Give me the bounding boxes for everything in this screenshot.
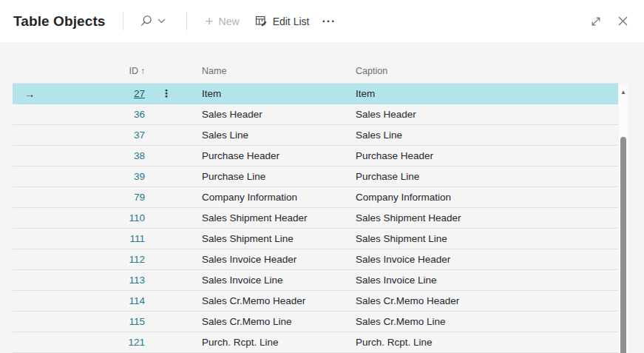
row-name-cell: Purchase Line xyxy=(188,167,356,186)
row-name-cell: Sales Shipment Header xyxy=(188,208,356,228)
row-caption-cell: Company Information xyxy=(356,187,618,207)
row-name-cell: Company Information xyxy=(188,187,356,207)
row-id-link[interactable]: 36 xyxy=(134,109,145,120)
row-caption-cell: Item xyxy=(356,84,618,104)
selected-row-arrow-icon: → xyxy=(13,84,47,104)
row-name-cell: Sales Shipment Line xyxy=(188,229,356,249)
row-id-cell: 110 xyxy=(47,208,145,228)
row-name-cell: Sales Invoice Header xyxy=(188,249,356,269)
table-row[interactable]: 110Sales Shipment HeaderSales Shipment H… xyxy=(13,208,618,229)
search-button[interactable] xyxy=(138,12,167,30)
row-caption-cell: Sales Invoice Header xyxy=(356,249,618,269)
expand-icon xyxy=(590,16,602,27)
toolbar-divider xyxy=(123,12,123,30)
row-caption-cell: Purch. Rcpt. Line xyxy=(356,332,618,352)
vertical-scrollbar[interactable]: ▲ xyxy=(619,84,628,353)
scrollbar-thumb[interactable] xyxy=(620,137,626,353)
row-id-link[interactable]: 27 xyxy=(134,88,145,99)
table-row[interactable]: →27⋮ItemItem xyxy=(13,84,618,104)
more-options-button[interactable]: ··· xyxy=(320,12,337,31)
column-header-caption[interactable]: Caption xyxy=(356,66,618,76)
row-caption-cell: Sales Invoice Line xyxy=(356,270,618,290)
plus-icon: + xyxy=(206,16,214,27)
close-button[interactable] xyxy=(614,12,632,30)
scrollbar-up-arrow-icon[interactable]: ▲ xyxy=(619,84,628,98)
row-id-cell: 112 xyxy=(47,249,145,269)
row-name-cell: Sales Invoice Line xyxy=(188,270,356,290)
row-id-cell: 39 xyxy=(47,167,145,186)
table-row[interactable]: 114Sales Cr.Memo HeaderSales Cr.Memo Hea… xyxy=(13,291,618,312)
row-name-cell: Purchase Header xyxy=(188,146,356,166)
table-row[interactable]: 39Purchase LinePurchase Line xyxy=(13,167,618,187)
page-title: Table Objects xyxy=(13,13,106,30)
row-name-cell: Sales Cr.Memo Line xyxy=(188,312,356,332)
table-row[interactable]: 111Sales Shipment LineSales Shipment Lin… xyxy=(13,229,618,249)
row-id-link[interactable]: 39 xyxy=(134,171,145,182)
row-id-cell: 27 xyxy=(47,84,145,104)
edit-list-icon xyxy=(255,15,268,27)
row-caption-cell: Purchase Header xyxy=(356,146,618,166)
row-caption-cell: Sales Line xyxy=(356,125,618,145)
row-id-cell: 115 xyxy=(47,312,145,332)
row-context-menu-icon[interactable]: ⋮ xyxy=(145,84,188,104)
table-row[interactable]: 38Purchase HeaderPurchase Header xyxy=(13,146,618,167)
new-button[interactable]: + New xyxy=(204,13,241,30)
row-id-cell: 111 xyxy=(47,229,145,249)
table-row[interactable]: 113Sales Invoice LineSales Invoice Line xyxy=(13,270,618,291)
row-id-link[interactable]: 79 xyxy=(134,192,145,203)
row-id-link[interactable]: 121 xyxy=(128,337,145,348)
table-row[interactable]: 112Sales Invoice HeaderSales Invoice Hea… xyxy=(13,249,618,270)
toolbar-divider xyxy=(186,12,187,30)
chevron-down-icon xyxy=(157,19,166,24)
row-caption-cell: Sales Cr.Memo Header xyxy=(356,291,618,311)
row-id-link[interactable]: 114 xyxy=(129,295,145,306)
row-caption-cell: Sales Shipment Line xyxy=(356,229,618,249)
edit-list-button[interactable]: Edit List xyxy=(254,12,311,30)
column-header-id-label: ID xyxy=(129,66,139,76)
row-id-cell: 114 xyxy=(47,291,145,311)
row-id-link[interactable]: 37 xyxy=(134,130,145,141)
row-name-cell: Sales Line xyxy=(188,125,356,145)
row-id-link[interactable]: 111 xyxy=(129,233,145,244)
row-name-cell: Sales Header xyxy=(188,104,356,124)
table-row[interactable]: 79Company InformationCompany Information xyxy=(13,187,618,208)
table-row[interactable]: 121Purch. Rcpt. LinePurch. Rcpt. Line xyxy=(13,332,618,353)
table-body: →27⋮ItemItem36Sales HeaderSales Header37… xyxy=(13,84,618,353)
table-row[interactable]: 37Sales LineSales Line xyxy=(13,125,618,146)
search-icon xyxy=(140,15,152,27)
edit-list-button-label: Edit List xyxy=(273,16,310,27)
close-icon xyxy=(617,15,629,27)
row-name-cell: Purch. Rcpt. Line xyxy=(188,332,356,352)
row-caption-cell: Sales Header xyxy=(356,104,618,124)
row-id-cell: 38 xyxy=(47,146,145,166)
row-caption-cell: Purchase Line xyxy=(356,167,618,186)
new-button-label: New xyxy=(219,16,240,27)
row-id-link[interactable]: 110 xyxy=(129,212,145,223)
row-id-cell: 37 xyxy=(47,125,145,145)
list-content: ID↑ Name Caption →27⋮ItemItem36Sales Hea… xyxy=(0,42,644,353)
sort-ascending-icon: ↑ xyxy=(140,66,145,76)
row-id-link[interactable]: 113 xyxy=(129,275,145,286)
row-id-link[interactable]: 115 xyxy=(129,316,145,327)
row-id-cell: 121 xyxy=(47,332,145,352)
row-name-cell: Sales Cr.Memo Header xyxy=(188,291,356,311)
table-objects-window: Table Objects + New xyxy=(0,0,644,353)
row-id-cell: 36 xyxy=(47,104,145,124)
row-id-link[interactable]: 112 xyxy=(129,254,145,265)
column-header-name[interactable]: Name xyxy=(188,66,356,76)
row-id-link[interactable]: 38 xyxy=(134,150,145,161)
page-header: Table Objects + New xyxy=(0,0,644,42)
column-header-id[interactable]: ID↑ xyxy=(47,66,145,76)
table-row[interactable]: 115Sales Cr.Memo LineSales Cr.Memo Line xyxy=(13,312,618,332)
column-header-row: ID↑ Name Caption xyxy=(13,42,618,84)
row-id-cell: 79 xyxy=(47,187,145,207)
ellipsis-icon: ··· xyxy=(322,15,336,28)
expand-button[interactable] xyxy=(587,13,605,30)
row-caption-cell: Sales Cr.Memo Line xyxy=(356,312,618,332)
row-caption-cell: Sales Shipment Header xyxy=(356,208,618,228)
row-id-cell: 113 xyxy=(47,270,145,290)
table-row[interactable]: 36Sales HeaderSales Header xyxy=(13,104,618,125)
row-name-cell: Item xyxy=(188,84,356,104)
